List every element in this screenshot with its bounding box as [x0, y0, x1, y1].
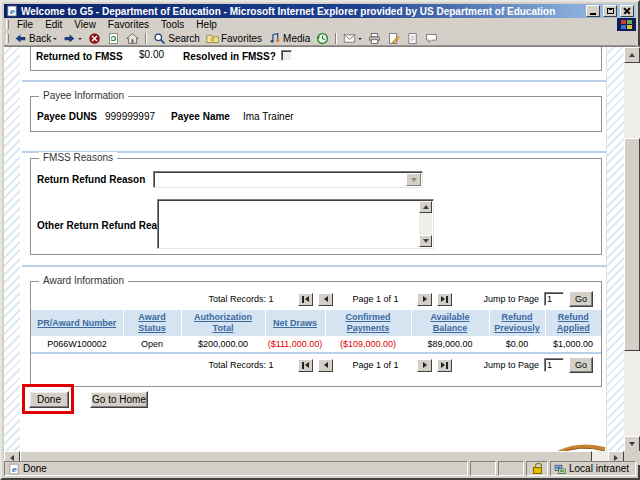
textarea-scrollbar[interactable]: [419, 201, 432, 247]
cell-refund-previously: $0.00: [489, 336, 545, 353]
toolbar-separator: [145, 33, 147, 44]
last-page-button[interactable]: [437, 359, 452, 372]
scroll-down-button[interactable]: [419, 235, 432, 247]
browser-window: Welcome to G5 - Department of Education …: [0, 0, 640, 480]
menu-edit[interactable]: Edit: [39, 19, 68, 30]
stop-icon: [88, 32, 101, 45]
page-content: Returned to FMSS $0.00 Resolved in FMSS?…: [4, 46, 640, 451]
header-confirmed-payments[interactable]: Confirmed Payments: [325, 310, 411, 336]
page-indicator: Page 1 of 1: [352, 294, 398, 304]
scroll-up-button[interactable]: [624, 47, 640, 63]
refresh-icon: [107, 32, 120, 45]
payee-information-fieldset: Payee Information Payee DUNS 999999997 P…: [30, 96, 602, 132]
toolbar-grip[interactable]: [6, 34, 9, 43]
resolved-in-fmss-checkbox[interactable]: [281, 50, 292, 61]
fmss-status-fieldset: Returned to FMSS $0.00 Resolved in FMSS?: [30, 46, 602, 71]
ie-page-icon: [8, 463, 20, 475]
next-page-button[interactable]: [417, 293, 432, 306]
favorites-icon: [206, 32, 219, 45]
first-page-button[interactable]: [298, 359, 313, 372]
section-divider: [22, 265, 606, 267]
done-button[interactable]: Done: [29, 391, 69, 408]
edit-icon: [387, 32, 400, 45]
header-refund-applied[interactable]: Refund Applied: [545, 310, 601, 336]
close-button[interactable]: [620, 5, 634, 17]
forward-button[interactable]: [60, 31, 85, 45]
header-pr-award-number[interactable]: PR/Award Number: [31, 310, 123, 336]
jump-to-page-input[interactable]: [544, 292, 564, 306]
menu-view[interactable]: View: [68, 19, 102, 30]
messenger-button[interactable]: [422, 31, 441, 45]
header-authorization-total[interactable]: Authorization Total: [181, 310, 265, 336]
triangle-up-icon: [629, 50, 635, 57]
favorites-button[interactable]: Favorites: [203, 31, 265, 45]
header-net-draws[interactable]: Net Draws: [265, 310, 325, 336]
home-button[interactable]: [123, 31, 142, 45]
other-return-refund-reason-textarea[interactable]: [157, 199, 434, 249]
header-award-status[interactable]: Award Status: [123, 310, 181, 336]
forward-dropdown-icon[interactable]: [78, 38, 82, 42]
previous-page-button[interactable]: [318, 359, 333, 372]
toolbar-separator: [335, 33, 337, 44]
next-page-icon: [423, 362, 427, 368]
last-page-button[interactable]: [437, 293, 452, 306]
security-zone-pane: Local intranet: [550, 461, 636, 476]
restore-icon: [607, 8, 614, 14]
restore-button[interactable]: [603, 5, 617, 17]
jump-to-page-input[interactable]: [544, 358, 564, 372]
payee-name-value: Ima Trainer: [243, 111, 294, 122]
status-pane-empty: [498, 461, 524, 476]
header-refund-previously[interactable]: Refund Previously: [489, 310, 545, 336]
first-page-icon: [305, 296, 309, 302]
status-pane-empty: [470, 461, 496, 476]
return-refund-reason-select[interactable]: [153, 171, 423, 188]
menu-help[interactable]: Help: [190, 19, 223, 30]
minimize-button[interactable]: [586, 5, 600, 17]
menu-grip[interactable]: [6, 20, 9, 29]
menu-tools[interactable]: Tools: [155, 19, 190, 30]
cell-refund-applied: $1,000.00: [545, 336, 601, 353]
mail-button[interactable]: [340, 31, 365, 45]
right-stripe-margin: [606, 47, 624, 451]
payee-duns-label: Payee DUNS: [37, 111, 97, 122]
home-icon: [126, 32, 139, 45]
fmss-reasons-legend: FMSS Reasons: [39, 152, 117, 163]
header-available-balance[interactable]: Available Balance: [411, 310, 489, 336]
search-button[interactable]: Search: [150, 31, 203, 45]
status-security-pane: [526, 461, 548, 476]
scroll-up-button[interactable]: [419, 201, 432, 213]
first-page-icon: [305, 362, 309, 368]
go-to-home-button[interactable]: Go to Home: [90, 391, 148, 408]
title-bar: Welcome to G5 - Department of Education …: [4, 4, 636, 18]
back-icon: [14, 32, 27, 45]
menu-file[interactable]: File: [11, 19, 39, 30]
previous-page-button[interactable]: [318, 293, 333, 306]
award-information-fieldset: Award Information Total Records: 1 Page …: [30, 281, 602, 387]
back-button[interactable]: Back: [11, 31, 60, 45]
vertical-scrollbar[interactable]: [624, 47, 640, 451]
search-icon: [153, 32, 166, 45]
chevron-down-icon: [411, 178, 417, 185]
ie-icon: [6, 5, 18, 17]
go-button[interactable]: Go: [569, 291, 593, 307]
history-button[interactable]: [313, 31, 332, 45]
go-button[interactable]: Go: [569, 357, 593, 373]
vertical-scroll-thumb[interactable]: [624, 138, 640, 351]
stop-button[interactable]: [85, 31, 104, 45]
select-dropdown-button[interactable]: [406, 173, 421, 186]
scroll-down-button[interactable]: [624, 436, 640, 451]
print-button[interactable]: [365, 31, 384, 45]
edit-button[interactable]: [384, 31, 403, 45]
menu-favorites[interactable]: Favorites: [102, 19, 155, 30]
next-page-button[interactable]: [417, 359, 432, 372]
refresh-button[interactable]: [104, 31, 123, 45]
mail-dropdown-icon[interactable]: [358, 38, 362, 42]
media-button[interactable]: Media: [265, 31, 313, 45]
discuss-button[interactable]: [403, 31, 422, 45]
back-dropdown-icon[interactable]: [53, 38, 57, 42]
first-page-button[interactable]: [298, 293, 313, 306]
cell-award-status: Open: [123, 336, 181, 353]
payee-duns-value: 999999997: [105, 111, 155, 122]
minimize-icon: [590, 13, 596, 15]
back-label: Back: [29, 33, 51, 44]
